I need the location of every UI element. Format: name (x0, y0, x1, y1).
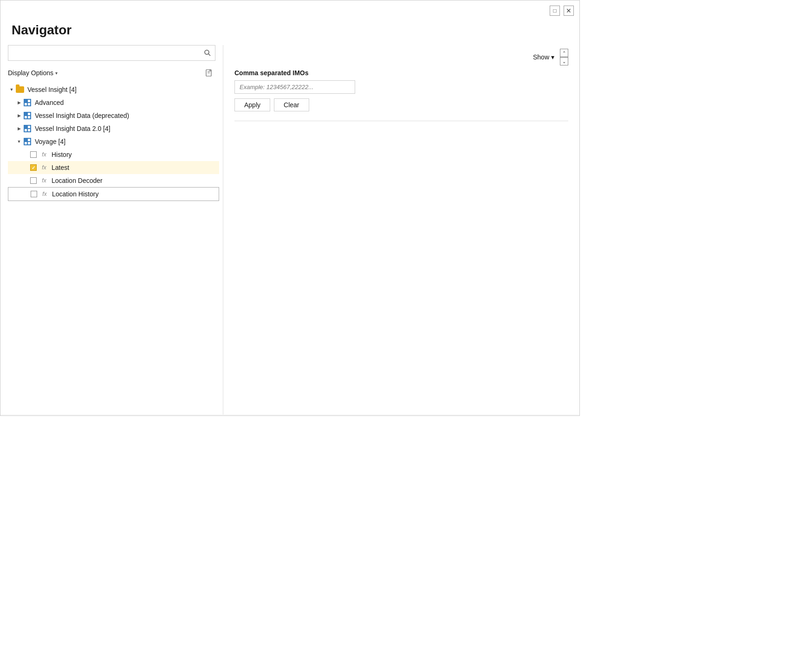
search-icon[interactable] (200, 45, 215, 60)
imo-input[interactable] (234, 80, 355, 94)
tree-label-vessel-insight-data-2: Vessel Insight Data 2.0 [4] (35, 125, 110, 132)
new-document-button[interactable] (202, 66, 215, 79)
scroll-down-button[interactable]: ⌄ (560, 57, 568, 65)
tree-label-location-decoder: Location Decoder (52, 177, 103, 184)
close-button[interactable]: ✕ (564, 6, 574, 16)
titlebar-controls: □ ✕ (550, 6, 574, 16)
expander-voyage[interactable] (15, 138, 23, 145)
bottom-bar: Load Transform Data Cancel (0, 415, 579, 416)
right-panel: Show ▾ ⌃ ⌄ Comma separated IMOs Apply Cl… (223, 45, 579, 415)
tree-label-vessel-insight-data-dep: Vessel Insight Data (deprecated) (35, 112, 129, 119)
show-button[interactable]: Show ▾ (533, 53, 554, 61)
table-icon-voyage (23, 137, 32, 146)
title-bar: □ ✕ (0, 0, 579, 17)
table-icon-vessel-insight-data-2 (23, 124, 32, 133)
expander-vessel-insight-data-dep[interactable] (15, 112, 23, 119)
page-title: Navigator (0, 17, 579, 45)
svg-point-0 (205, 50, 209, 54)
divider (234, 121, 568, 121)
expander-vessel-insight[interactable] (8, 86, 15, 93)
checkbox-latest[interactable] (30, 164, 37, 171)
fx-icon-location-decoder: fx (39, 176, 49, 185)
table-icon-vessel-insight-data-dep (23, 111, 32, 120)
tree-item-advanced[interactable]: Advanced (8, 96, 219, 109)
svg-line-1 (208, 54, 210, 56)
tree-label-location-history: Location History (52, 190, 98, 198)
display-options-row: Display Options ▾ (8, 65, 223, 83)
minimize-button[interactable]: □ (550, 6, 560, 16)
expander-advanced[interactable] (15, 99, 23, 106)
tree-item-voyage[interactable]: Voyage [4] (8, 135, 219, 148)
search-bar (8, 45, 215, 61)
fx-icon-latest: fx (39, 163, 49, 172)
fx-icon-location-history: fx (40, 189, 49, 199)
tree-item-vessel-insight-data-dep[interactable]: Vessel Insight Data (deprecated) (8, 109, 219, 122)
fx-icon-history: fx (39, 150, 49, 159)
apply-button[interactable]: Apply (234, 98, 270, 111)
checkbox-location-decoder[interactable] (30, 177, 37, 184)
left-panel: Display Options ▾ Ves (0, 45, 223, 415)
tree-item-vessel-insight-data-2[interactable]: Vessel Insight Data 2.0 [4] (8, 122, 219, 135)
tree: Vessel Insight [4] Advanced (8, 83, 223, 415)
display-options-chevron: ▾ (55, 71, 58, 76)
checkbox-location-history[interactable] (31, 191, 37, 197)
button-row: Apply Clear (234, 98, 568, 111)
tree-label-voyage: Voyage [4] (35, 138, 65, 145)
right-panel-content: Comma separated IMOs Apply Clear (234, 69, 568, 411)
show-chevron: ▾ (551, 53, 554, 61)
tree-item-latest[interactable]: fx Latest (8, 161, 219, 174)
imo-section-title: Comma separated IMOs (234, 69, 568, 77)
display-options-label: Display Options (8, 69, 53, 77)
tree-item-location-decoder[interactable]: fx Location Decoder (8, 174, 219, 187)
right-panel-header: Show ▾ ⌃ ⌄ (234, 49, 568, 65)
tree-item-location-history[interactable]: fx Location History (8, 187, 219, 201)
tree-item-history[interactable]: fx History (8, 148, 219, 161)
expander-vessel-insight-data-2[interactable] (15, 125, 23, 132)
tree-label-advanced: Advanced (35, 99, 64, 106)
tree-item-vessel-insight[interactable]: Vessel Insight [4] (8, 83, 219, 96)
tree-label-latest: Latest (52, 164, 69, 171)
show-label: Show (533, 53, 549, 61)
display-options-button[interactable]: Display Options ▾ (8, 69, 58, 77)
folder-icon-vessel-insight (15, 85, 25, 94)
table-icon-advanced (23, 98, 32, 107)
scroll-up-button[interactable]: ⌃ (560, 49, 568, 57)
checkbox-history[interactable] (30, 151, 37, 158)
scroll-arrows: ⌃ ⌄ (560, 49, 568, 65)
search-input[interactable] (8, 46, 200, 59)
tree-label-history: History (52, 151, 72, 158)
main-layout: Display Options ▾ Ves (0, 45, 579, 415)
clear-button[interactable]: Clear (274, 98, 309, 111)
tree-label-vessel-insight: Vessel Insight [4] (27, 86, 77, 93)
